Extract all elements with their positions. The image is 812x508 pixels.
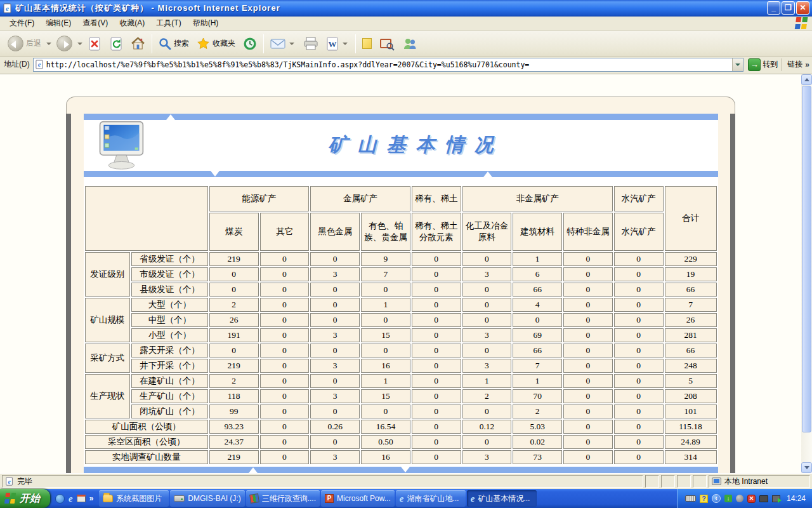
notes-button[interactable] <box>358 32 376 55</box>
menu-view[interactable]: 查看(V) <box>77 16 114 30</box>
task-button[interactable]: 三维行政查询.... <box>246 490 320 507</box>
table-head: 能源矿产金属矿产稀有、稀土非金属矿产水汽矿产合计煤炭其它黑色金属有色、铂族、贵金… <box>85 186 717 251</box>
start-button[interactable]: 开始 <box>0 489 50 508</box>
tray-update-icon[interactable]: ↓ <box>724 495 732 502</box>
status-pane-2 <box>661 475 675 488</box>
quick-launch-overflow-icon[interactable]: » <box>89 494 94 503</box>
menu-edit[interactable]: 编辑(E) <box>40 16 77 30</box>
quick-launch-globe-icon[interactable] <box>55 494 65 504</box>
value-cell: 73 <box>513 450 562 464</box>
address-dropdown-button[interactable] <box>732 58 743 71</box>
folder-icon <box>103 495 113 502</box>
tray-display-icon[interactable] <box>759 495 768 502</box>
task-button[interactable]: e湖南省矿山地... <box>396 490 466 507</box>
scroll-up-button[interactable] <box>801 74 812 85</box>
row-group-cell: 生产现状 <box>85 374 131 418</box>
stop-button[interactable] <box>84 32 105 55</box>
value-cell: 0 <box>310 435 360 449</box>
value-cell: 0 <box>462 313 512 327</box>
hide-tray-icons-button[interactable]: ‹ <box>712 494 721 503</box>
value-cell: 0 <box>563 389 613 403</box>
row-label-cell: 闭坑矿山（个） <box>131 404 208 418</box>
system-tray: ? ‹ ↓ ✕ 14:24 <box>677 489 812 508</box>
value-cell: 2 <box>462 389 512 403</box>
table-row: 中型（个）260000000026 <box>85 313 717 327</box>
home-button[interactable] <box>127 32 149 55</box>
search-button[interactable]: 搜索 <box>155 32 193 55</box>
messenger-button[interactable] <box>398 32 421 55</box>
keyboard-layout-icon[interactable] <box>685 495 696 502</box>
value-cell: 9 <box>361 252 410 266</box>
value-cell: 0 <box>310 313 360 327</box>
back-dropdown-icon[interactable] <box>46 43 51 45</box>
value-cell: 0 <box>412 359 461 373</box>
close-button[interactable]: ✕ <box>796 1 809 15</box>
value-cell: 0 <box>462 252 512 266</box>
menu-tools[interactable]: 工具(T) <box>150 16 187 30</box>
value-cell: 0 <box>260 450 310 464</box>
browser-window: e 矿山基本情况统计（按矿类矿种） - Microsoft Internet E… <box>0 0 812 508</box>
row-label-cell: 县级发证（个） <box>131 283 208 297</box>
table-row: 井下开采（个）219031603700248 <box>85 359 717 373</box>
forward-icon <box>56 36 72 51</box>
forward-dropdown-icon[interactable] <box>77 43 82 45</box>
row-group-cell: 矿山规模 <box>85 298 131 342</box>
status-text: 完毕 <box>17 476 32 487</box>
value-cell: 0 <box>260 267 310 281</box>
task-button[interactable]: e矿山基本情况... <box>467 490 537 507</box>
table-row: 矿山规模大型（个）2001004007 <box>85 298 717 312</box>
research-button[interactable] <box>376 32 398 55</box>
quick-launch-ie-icon[interactable]: e <box>69 494 73 503</box>
task-button-label: 系统截图图片 <box>116 493 162 504</box>
menu-favorites[interactable]: 收藏(A) <box>114 16 150 30</box>
minimize-button[interactable]: _ <box>767 1 780 15</box>
mail-button[interactable] <box>266 32 299 55</box>
task-button[interactable]: 系统截图图片 <box>99 490 169 507</box>
scroll-thumb[interactable] <box>802 86 811 432</box>
address-input[interactable] <box>46 59 733 70</box>
task-button[interactable]: PMicrosoft Pow... <box>321 490 395 507</box>
quick-launch-app-icon[interactable] <box>77 495 86 502</box>
links-toolbar[interactable]: 链接 » <box>782 58 809 71</box>
column-header-cell: 黑色金属 <box>310 213 360 251</box>
links-overflow-icon[interactable]: » <box>805 60 809 69</box>
taskbar: 开始 e » 系统截图图片DMGIS-BAI (J:)三维行政查询....PMi… <box>0 489 812 508</box>
links-label: 链接 <box>787 59 802 70</box>
tray-volume-icon[interactable] <box>736 495 743 502</box>
table-row: 市级发证（个）00370360019 <box>85 267 717 281</box>
page-ie-icon: e <box>35 60 44 69</box>
edit-word-button[interactable]: W <box>322 32 353 55</box>
value-cell: 3 <box>310 450 360 464</box>
favorites-button[interactable]: 收藏夹 <box>193 32 239 55</box>
value-cell: 0 <box>614 435 664 449</box>
value-cell: 0 <box>412 450 461 464</box>
column-header-cell: 建筑材料 <box>513 213 562 251</box>
quick-launch: e » <box>50 489 98 508</box>
menu-file[interactable]: 文件(F) <box>4 16 40 30</box>
menu-help[interactable]: 帮助(H) <box>187 16 225 30</box>
value-cell: 3 <box>310 359 360 373</box>
forward-button[interactable] <box>53 32 76 55</box>
value-cell: 0 <box>310 298 360 312</box>
tray-network-activity-icon[interactable] <box>772 495 780 502</box>
page-frame: 矿山基本情况 能源矿产金属矿产稀有、稀土非金属矿产水汽矿产合计 <box>66 97 735 473</box>
scroll-down-button[interactable] <box>801 462 812 473</box>
value-cell: 26 <box>209 313 259 327</box>
task-button[interactable]: DMGIS-BAI (J:) <box>170 490 244 507</box>
navigation-toolbar: 后退 <box>0 31 812 57</box>
vertical-scrollbar[interactable] <box>801 74 812 473</box>
table-row: 闭坑矿山（个）9900000200101 <box>85 404 717 418</box>
go-button[interactable]: → 转到 <box>748 58 778 71</box>
restore-button[interactable]: ❐ <box>782 1 795 15</box>
history-button[interactable] <box>239 32 261 55</box>
print-button[interactable] <box>299 32 322 55</box>
table-body: 发证级别省级发证（个）21900900100229市级发证（个）00370360… <box>85 252 717 464</box>
language-help-icon[interactable]: ? <box>700 495 708 503</box>
refresh-button[interactable] <box>105 32 127 55</box>
row-label-cell: 采空区面积（公顷） <box>85 435 208 449</box>
value-cell: 0 <box>614 283 664 297</box>
tray-security-icon[interactable]: ✕ <box>747 495 756 503</box>
table-row: 生产现状在建矿山（个）2001011005 <box>85 374 717 388</box>
back-button[interactable]: 后退 <box>4 32 45 55</box>
go-label: 转到 <box>763 59 778 70</box>
